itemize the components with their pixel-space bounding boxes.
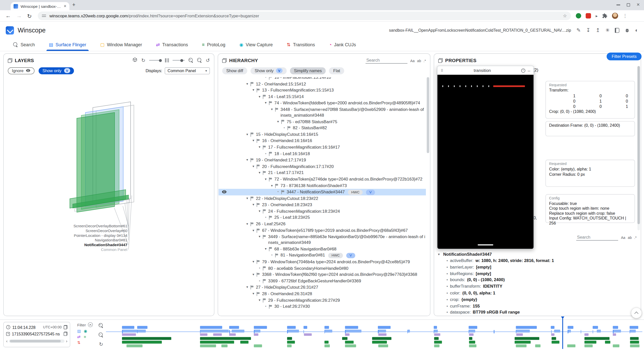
- expand-arrow-icon[interactable]: ▾: [245, 284, 250, 290]
- tree-node[interactable]: ▾79 - WindowToken{7046b4a type=2024 andr…: [219, 259, 426, 265]
- layers-3d-canvas[interactable]: ScreenDecorOverlayBottom#61ScreenDecorOv…: [4, 76, 214, 316]
- tree-node[interactable]: •82 - StatusBar#82: [219, 125, 426, 131]
- property-row[interactable]: •currFrame:155: [437, 303, 640, 309]
- expand-arrow-icon[interactable]: ▾: [245, 221, 250, 227]
- tree-node[interactable]: ▾13 - FullscreenMagnification:15:15#13: [219, 87, 426, 93]
- tree-node[interactable]: ▾12 - OneHanded:15:15#12: [219, 81, 426, 87]
- tree-node[interactable]: ▾68 - 885b63e NavigationBar0#68: [219, 246, 426, 252]
- zoom-out-button[interactable]: −: [197, 58, 202, 63]
- property-row[interactable]: •barrierLayer:[empty]: [437, 264, 640, 270]
- expand-arrow-icon[interactable]: ▾: [251, 87, 256, 93]
- property-row[interactable]: •blurRegions:[empty]: [437, 270, 640, 277]
- ignore-button[interactable]: Ignore: [8, 67, 35, 74]
- dark-mode-icon[interactable]: ◐: [635, 28, 638, 33]
- expand-arrow-icon[interactable]: ▾: [245, 131, 250, 138]
- tree-node[interactable]: ▾20 - FullscreenMagnification:17:17#20: [219, 163, 426, 169]
- timeline-reset-button[interactable]: ↻: [99, 342, 103, 347]
- properties-search-input[interactable]: [576, 234, 618, 241]
- property-row[interactable]: •dataspace:BT709 sRGB Full range: [437, 309, 640, 316]
- tree-node[interactable]: ▾67 - WindowToken{e5176f9 type=2019 andr…: [219, 227, 426, 234]
- tree-node[interactable]: ▾3449 - Surface(name=885b63e NavigationB…: [219, 234, 426, 246]
- expand-arrow-icon[interactable]: ▾: [251, 138, 256, 144]
- expand-arrow-icon[interactable]: ▾: [263, 246, 268, 252]
- expand-arrow-icon[interactable]: ▾: [257, 234, 262, 240]
- new-tab-button[interactable]: +: [72, 2, 75, 8]
- reset-view-button[interactable]: ↺: [206, 58, 210, 63]
- tree-node[interactable]: ▾17 - FullscreenMagnification:16:16#17: [219, 144, 426, 150]
- layer-canvas-label[interactable]: NotificationShade#3447: [84, 243, 127, 247]
- expand-arrow-icon[interactable]: ▾: [257, 297, 262, 303]
- layer-canvas-label[interactable]: ScreenDecorOverlay#60: [86, 229, 127, 233]
- layer-canvas-label[interactable]: PointerLocation - display 0#134: [74, 233, 128, 238]
- expand-arrow-icon[interactable]: ▾: [251, 291, 256, 297]
- properties-scrollbar[interactable]: [637, 66, 640, 230]
- tree-node[interactable]: ▾16 - OneHanded:16:16#16: [219, 138, 426, 144]
- tree-node[interactable]: ▾22 - HideDisplayCutout:18:23#22: [219, 195, 426, 202]
- info-icon[interactable]: [521, 68, 525, 72]
- match-word-icon[interactable]: ab: [417, 59, 421, 63]
- collapse-filter-button[interactable]: [88, 322, 93, 327]
- layer-canvas-label[interactable]: NavigationBar0#81: [95, 238, 127, 242]
- regex-icon[interactable]: .*: [634, 236, 636, 240]
- minimize-overlay-button[interactable]: –: [528, 69, 530, 72]
- expand-arrow-icon[interactable]: ▾: [257, 144, 262, 150]
- tree-node[interactable]: ▾21 - Leaf:17:17#21: [219, 170, 426, 176]
- address-bar[interactable]: winscope.teams.x20web.corp.google.com/pr…: [38, 12, 571, 20]
- hierarchy-search-input[interactable]: [366, 57, 408, 64]
- back-button[interactable]: ←: [5, 13, 11, 19]
- tree-node[interactable]: •80 - ace6abb SecondaryHomeHandle0#80: [219, 265, 426, 271]
- filter-presets-button[interactable]: Filter Presets: [607, 53, 641, 60]
- expand-arrow-icon[interactable]: ▾: [251, 163, 256, 169]
- window-close-button[interactable]: ✕: [636, 3, 640, 7]
- match-case-icon[interactable]: Aa: [410, 59, 415, 63]
- browser-tab[interactable]: Winscope | sandbox-FAIL ✕: [11, 2, 69, 10]
- tree-node[interactable]: ▾19 - OneHanded:17:17#19: [219, 157, 426, 163]
- panel-expand-icon[interactable]: [8, 58, 12, 63]
- transition-overlay-window[interactable]: ⠿ transition –: [437, 66, 534, 249]
- list-icon[interactable]: ≡: [84, 335, 89, 339]
- tree-node[interactable]: ▾24 - FullscreenMagnification:18:23#24: [219, 208, 426, 214]
- property-row[interactable]: •activeBuffer:w: 1080, h: 2400, stride: …: [437, 257, 640, 264]
- panel-expand-icon[interactable]: [222, 58, 227, 63]
- drag-handle-icon[interactable]: ⠿: [441, 68, 444, 72]
- hierarchy-scrollbar[interactable]: [426, 77, 430, 315]
- tree-node[interactable]: •3369 - 67726bf EdgeBackGestureHandler0#…: [219, 278, 426, 284]
- expand-arrow-icon[interactable]: ▾: [245, 195, 250, 202]
- show-diff-button[interactable]: Show diff: [222, 67, 247, 74]
- tab-window-manager[interactable]: ▢Window Manager: [100, 38, 142, 51]
- expand-arrow-icon[interactable]: ▾: [251, 272, 256, 278]
- visibility-eye-icon[interactable]: [222, 189, 228, 195]
- transition-icon[interactable]: ⇅: [77, 341, 82, 345]
- extensions-puzzle-icon[interactable]: [602, 13, 608, 18]
- tree-node[interactable]: ▾29 - FullscreenMagnification:26:27#29: [219, 297, 426, 303]
- expand-arrow-icon[interactable]: ▾: [251, 202, 256, 208]
- expand-arrow-icon[interactable]: ▾: [269, 106, 274, 113]
- expand-arrow-icon[interactable]: ▾: [257, 170, 262, 176]
- download-icon[interactable]: ↧: [586, 28, 590, 33]
- tree-node[interactable]: ▾23 - OneHanded:18:23#23: [219, 202, 426, 208]
- edit-icon[interactable]: ✎: [576, 28, 581, 33]
- layer-canvas-label[interactable]: ScreenDecorOverlayBottom#61: [73, 224, 127, 228]
- expand-arrow-icon[interactable]: ▾: [251, 259, 256, 265]
- upload-icon[interactable]: ↥: [596, 28, 600, 33]
- property-row[interactable]: •crop:{empty}: [437, 296, 640, 303]
- match-case-icon[interactable]: Aa: [621, 236, 625, 240]
- timeline-zoom-in-button[interactable]: +: [99, 323, 104, 328]
- property-row[interactable]: •bufferTransform:IDENTITY: [437, 283, 640, 290]
- window-minimize-button[interactable]: [616, 5, 620, 5]
- scroll-right-arrow[interactable]: ›: [66, 339, 67, 343]
- tree-node[interactable]: ▾15 - HideDisplayCutout:16:16#15: [219, 131, 426, 138]
- view-3d-icon[interactable]: [132, 57, 138, 64]
- expand-arrow-icon[interactable]: ▾: [263, 100, 268, 106]
- expand-arrow-icon[interactable]: ▾: [245, 157, 250, 163]
- tree-node[interactable]: ▾3448 - Surface(name=ed70f88 StatusBar)/…: [219, 106, 426, 118]
- profile-avatar[interactable]: [612, 13, 618, 19]
- tab-close-icon[interactable]: ✕: [64, 4, 67, 8]
- spacing-slider[interactable]: [173, 60, 185, 61]
- tab-protolog[interactable]: ≡ProtoLog: [202, 38, 225, 51]
- bookmark-star-icon[interactable]: ☆: [563, 13, 567, 18]
- regex-icon[interactable]: .*: [424, 59, 426, 63]
- tree-node[interactable]: •10 - ImePlaceholder:13:14#10: [219, 77, 426, 81]
- rotation-slider[interactable]: [149, 60, 162, 61]
- copy-time-icon[interactable]: [64, 325, 67, 329]
